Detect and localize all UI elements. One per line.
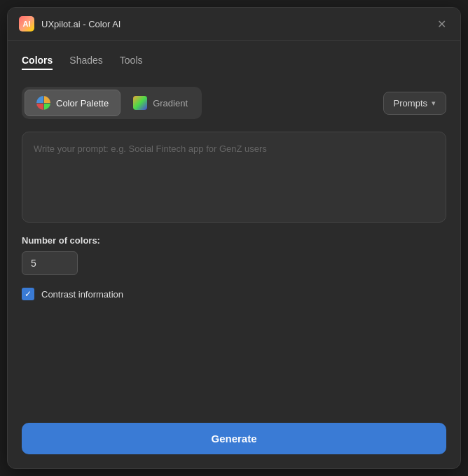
color-palette-button[interactable]: Color Palette <box>25 90 121 116</box>
prompts-dropdown-button[interactable]: Prompts ▾ <box>383 92 446 115</box>
tab-colors[interactable]: Colors <box>22 52 53 70</box>
main-window: AI UXpilot.ai - Color AI ✕ Colors Shades… <box>7 7 461 469</box>
app-icon: AI <box>19 16 34 31</box>
contrast-info-checkbox[interactable]: ✓ <box>22 288 34 300</box>
title-bar-left: AI UXpilot.ai - Color AI <box>19 16 121 31</box>
window-title: UXpilot.ai - Color AI <box>41 19 121 29</box>
nav-tabs: Colors Shades Tools <box>8 41 460 76</box>
mode-row: Color Palette Gradient Prompts ▾ <box>22 87 446 119</box>
contrast-info-label: Contrast information <box>41 289 123 300</box>
title-bar: AI UXpilot.ai - Color AI ✕ <box>8 8 460 41</box>
gradient-icon <box>133 96 147 110</box>
generate-button[interactable]: Generate <box>22 423 446 454</box>
tab-tools[interactable]: Tools <box>120 52 143 70</box>
tab-shades[interactable]: Shades <box>69 52 102 70</box>
num-colors-label: Number of colors: <box>22 235 446 246</box>
chevron-down-icon: ▾ <box>432 99 436 108</box>
contrast-info-row: ✓ Contrast information <box>22 288 446 300</box>
prompt-textarea[interactable] <box>22 132 446 223</box>
content-area: Color Palette Gradient Prompts ▾ Number … <box>8 76 460 468</box>
close-button[interactable]: ✕ <box>434 16 449 31</box>
gradient-button[interactable]: Gradient <box>122 90 199 116</box>
color-palette-icon <box>36 96 50 110</box>
checkmark-icon: ✓ <box>25 290 32 298</box>
contrast-info-checkbox-wrapper[interactable]: ✓ Contrast information <box>22 288 123 300</box>
num-colors-input[interactable] <box>22 251 78 275</box>
num-colors-section: Number of colors: <box>22 235 446 275</box>
mode-button-group: Color Palette Gradient <box>22 87 202 119</box>
